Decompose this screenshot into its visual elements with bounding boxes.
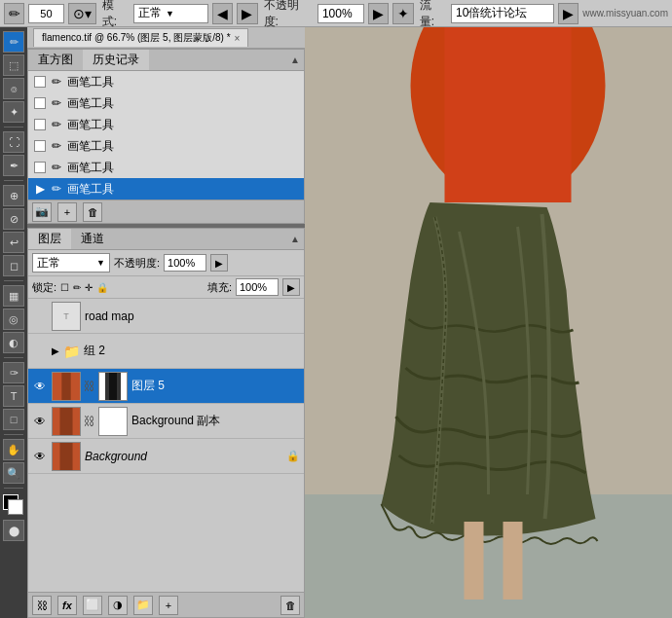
tool-zoom[interactable]: 🔍 (3, 462, 24, 484)
lock-move-icon[interactable]: ✛ (85, 282, 93, 293)
history-item[interactable]: ✏ 画笔工具 (28, 114, 304, 135)
history-item[interactable]: ✏ 画笔工具 (28, 71, 304, 92)
lock-transparent-icon[interactable]: ☐ (60, 282, 69, 293)
layers-tab-bar: 图层 通道 ▲ (28, 229, 304, 250)
layer-thumbnail (52, 407, 81, 436)
tool-shape[interactable]: □ (3, 409, 24, 430)
tool-separator-1 (4, 127, 23, 127)
mode-nav-left-icon[interactable]: ◀ (212, 3, 233, 24)
new-group-icon[interactable]: 📁 (133, 596, 153, 615)
flow-nav-icon[interactable]: ▶ (558, 3, 579, 24)
tool-eyedropper[interactable]: ✒ (3, 155, 24, 176)
layers-mode-dropdown[interactable]: 正常 ▼ (32, 253, 110, 273)
opacity-input[interactable]: 100% (164, 254, 206, 272)
brush-icon: ✏ (52, 118, 61, 131)
history-checkbox[interactable] (34, 140, 46, 152)
document-tab-close[interactable]: × (235, 33, 241, 44)
layer-road-map[interactable]: T road map (28, 299, 304, 334)
add-mask-icon[interactable]: ⬜ (83, 596, 102, 615)
brush-icon: ✏ (52, 139, 61, 153)
tab-layers[interactable]: 图层 (28, 229, 71, 249)
layer-visibility-toggle[interactable]: 👁 (32, 414, 48, 429)
layer-group-2[interactable]: ▶ 📁 组 2 (28, 334, 304, 369)
fx-icon[interactable]: fx (57, 596, 77, 615)
tool-magic-wand[interactable]: ✦ (3, 101, 24, 123)
history-item-selected[interactable]: ▶ ✏ 画笔工具 (28, 178, 304, 200)
tool-eraser[interactable]: ◻ (3, 255, 24, 276)
brush-options-icon[interactable]: ✏ (4, 3, 24, 24)
link-layers-icon[interactable]: ⛓ (32, 596, 52, 615)
tool-crop[interactable]: ⛶ (3, 131, 24, 153)
layer-visibility-toggle[interactable]: 👁 (32, 449, 48, 464)
tool-quickmask[interactable]: ⬤ (3, 520, 24, 541)
tool-blur[interactable]: ◎ (3, 309, 24, 330)
layer-visibility-toggle[interactable] (32, 309, 48, 324)
history-item[interactable]: ✏ 画笔工具 (28, 92, 304, 114)
opacity-value[interactable]: 100% (317, 4, 364, 23)
tool-history-brush[interactable]: ↩ (3, 232, 24, 253)
group-expand-arrow[interactable]: ▶ (52, 345, 59, 356)
layer-thumbnail (52, 442, 81, 471)
tool-clone[interactable]: ⊘ (3, 208, 24, 230)
brush-icon: ✏ (52, 96, 61, 110)
tab-history[interactable]: 历史记录 (83, 50, 149, 70)
layer-background[interactable]: 👁 Background 🔒 (28, 439, 304, 474)
mode-dropdown-arrow: ▼ (96, 258, 105, 268)
mode-arrow-icon: ▼ (166, 9, 174, 18)
delete-layer-icon[interactable]: 🗑 (280, 596, 300, 615)
opacity-arrow-icon[interactable]: ▶ (210, 254, 228, 272)
layer-visibility-toggle[interactable] (32, 344, 48, 359)
fill-input[interactable]: 100% (236, 278, 279, 296)
tool-text[interactable]: T (3, 385, 24, 407)
history-label: 画笔工具 (67, 138, 114, 155)
tool-hand[interactable]: ✋ (3, 439, 24, 460)
airbrush-icon[interactable]: ✦ (392, 3, 413, 24)
layer-5[interactable]: 👁 ⛓ 图层 5 (28, 369, 304, 404)
history-delete-icon[interactable]: 🗑 (83, 202, 102, 222)
tool-lasso[interactable]: ⌾ (3, 78, 24, 99)
tool-marquee[interactable]: ⬚ (3, 55, 24, 76)
tool-dodge[interactable]: ◐ (3, 332, 24, 353)
adjustment-icon[interactable]: ◑ (108, 596, 128, 615)
history-checkbox[interactable] (34, 76, 46, 88)
fill-arrow-icon[interactable]: ▶ (282, 278, 300, 296)
layer-background-copy[interactable]: 👁 ⛓ Background 副本 (28, 404, 304, 439)
layer-chain-icon[interactable]: ⛓ (85, 372, 94, 401)
history-item[interactable]: ✏ 画笔工具 (28, 157, 304, 178)
mode-label: 模式: (102, 0, 128, 30)
foreground-color[interactable] (3, 494, 24, 516)
tool-brush[interactable]: ✏ (3, 31, 24, 53)
history-list: ✏ 画笔工具 ✏ 画笔工具 ✏ 画笔工具 ✏ 画笔工具 (28, 71, 304, 200)
history-item[interactable]: ✏ 画笔工具 (28, 135, 304, 157)
folder-icon: 📁 (63, 344, 80, 359)
mode-dropdown[interactable]: 正常 ▼ (133, 4, 208, 23)
lock-all-icon[interactable]: 🔒 (96, 282, 108, 293)
history-new-icon[interactable]: + (57, 202, 77, 222)
opacity-nav-icon[interactable]: ▶ (368, 3, 389, 24)
layer-chain-icon[interactable]: ⛓ (85, 407, 94, 436)
history-checkbox[interactable] (34, 162, 46, 173)
history-label-selected: 画笔工具 (67, 181, 114, 198)
document-tab[interactable]: flamenco.tif @ 66.7% (图层 5, 图层蒙版/8) * × (33, 28, 248, 47)
history-checkbox[interactable] (34, 97, 46, 109)
history-collapse-btn[interactable]: ▲ (290, 55, 300, 65)
new-layer-icon[interactable]: + (159, 596, 178, 615)
flow-value[interactable]: 10倍统计论坛 (451, 4, 554, 23)
layer-locked-icon: 🔒 (286, 450, 300, 462)
history-checkbox[interactable] (34, 119, 46, 130)
tool-pen[interactable]: ✑ (3, 362, 24, 383)
tab-channels[interactable]: 通道 (71, 229, 114, 249)
brush-size-input[interactable]: 50 (28, 4, 64, 23)
brand-label: www.missyuan.com (582, 8, 668, 18)
middle-panel: flamenco.tif @ 66.7% (图层 5, 图层蒙版/8) * × … (27, 27, 305, 618)
opacity-label: 不透明度: (264, 0, 312, 30)
brush-picker-icon[interactable]: ⊙▾ (68, 3, 96, 24)
lock-paint-icon[interactable]: ✏ (73, 282, 81, 293)
layers-collapse-btn[interactable]: ▲ (290, 234, 300, 244)
history-camera-icon[interactable]: 📷 (32, 202, 52, 222)
layer-visibility-toggle[interactable]: 👁 (32, 379, 48, 394)
tab-histogram[interactable]: 直方图 (28, 50, 83, 70)
tool-gradient[interactable]: ▦ (3, 285, 24, 307)
mode-nav-right-icon[interactable]: ▶ (237, 3, 257, 24)
tool-healing[interactable]: ⊕ (3, 185, 24, 206)
